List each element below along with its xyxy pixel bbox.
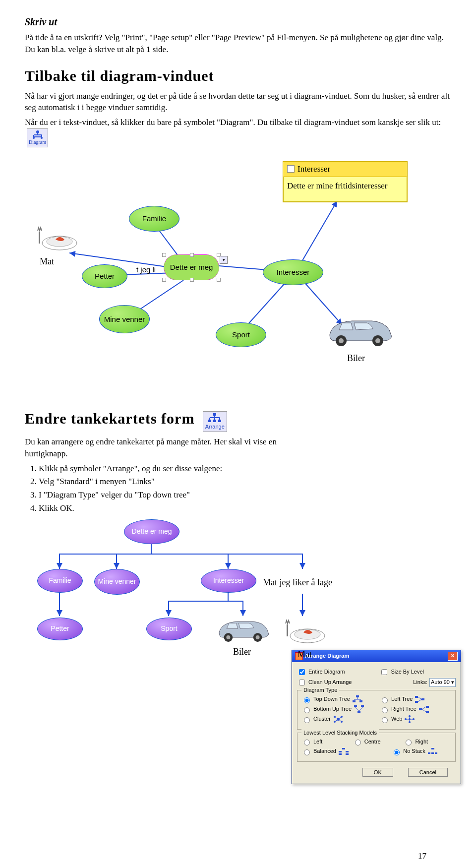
stack-balanced-radio[interactable]: Balanced <box>301 747 361 755</box>
svg-rect-84 <box>287 624 288 636</box>
mat-label: Mat <box>40 255 54 268</box>
svg-rect-40 <box>415 701 418 703</box>
stack-right-radio[interactable]: Right <box>403 738 451 745</box>
endre-intro: Du kan arrangere og endre tankekartet på… <box>25 436 293 460</box>
tree-interesser-node[interactable]: Interesser <box>201 569 256 593</box>
svg-line-47 <box>359 707 362 711</box>
svg-rect-73 <box>346 753 349 755</box>
svg-rect-33 <box>356 695 359 697</box>
skriv-ut-heading: Skriv ut <box>25 15 451 29</box>
center-partial-text: t jeg li <box>136 264 156 275</box>
size-by-level-checkbox[interactable]: Size By Level <box>379 668 456 677</box>
sticky-note[interactable]: Interesser Dette er mine fritidsinteress… <box>283 161 408 202</box>
svg-rect-32 <box>218 420 221 422</box>
svg-line-46 <box>356 707 359 711</box>
tree-biler-label: Biler <box>233 646 251 658</box>
svg-rect-39 <box>415 696 418 698</box>
ok-button[interactable]: OK <box>362 768 393 777</box>
svg-point-21 <box>339 338 344 343</box>
step-4: Klikk OK. <box>39 502 287 514</box>
node-center[interactable]: Dette er meg ▾ <box>164 254 219 280</box>
stack-nostack-radio[interactable]: No Stack <box>391 747 451 755</box>
node-familie[interactable]: Familie <box>129 206 179 232</box>
sticky-body-text: Dette er mine fritidsinteresser <box>283 177 407 202</box>
arrange-icon[interactable]: Arrange <box>203 411 227 432</box>
diagram-icon-label: Diagram <box>29 139 46 145</box>
arrange-icon-label: Arrange <box>205 424 225 430</box>
svg-line-14 <box>243 280 288 330</box>
svg-point-7 <box>33 137 35 139</box>
svg-rect-74 <box>431 748 434 749</box>
page-number: 17 <box>418 850 426 862</box>
cluster-radio[interactable]: Cluster <box>301 715 373 723</box>
svg-point-23 <box>375 338 380 343</box>
links-select[interactable]: Auto 90 ▾ <box>429 678 456 686</box>
svg-rect-49 <box>426 706 429 708</box>
svg-rect-48 <box>419 708 422 710</box>
skriv-ut-body: På tide å ta en utskrift? Velg "Print", … <box>25 32 451 56</box>
cancel-button[interactable]: Cancel <box>408 768 448 777</box>
tree-mat-label: Mat <box>298 648 312 661</box>
svg-rect-77 <box>435 752 437 754</box>
arrange-dialog: Arrange Diagram × Entire Diagram Size By… <box>292 650 461 784</box>
cluster-icon <box>333 715 344 723</box>
svg-line-10 <box>69 253 174 268</box>
topdown-radio[interactable]: Top Down Tree <box>301 695 373 703</box>
endre-steps-list: Klikk på symbolet "Arrange", og du ser d… <box>39 463 287 514</box>
tree-sport-node[interactable]: Sport <box>146 618 192 640</box>
web-radio[interactable]: Web <box>379 715 451 723</box>
node-interesser[interactable]: Interesser <box>263 259 323 285</box>
righttree-radio[interactable]: Right Tree <box>379 705 451 713</box>
svg-rect-36 <box>353 700 356 702</box>
svg-rect-45 <box>361 705 364 707</box>
stack-left-radio[interactable]: Left <box>301 738 350 745</box>
node-sport[interactable]: Sport <box>216 322 266 347</box>
biler-label: Biler <box>347 352 365 365</box>
lefttree-radio[interactable]: Left Tree <box>379 695 451 703</box>
svg-point-8 <box>41 137 43 139</box>
entire-diagram-checkbox[interactable]: Entire Diagram <box>297 668 373 677</box>
svg-rect-71 <box>346 751 349 752</box>
tree-plate-clipart <box>283 619 327 649</box>
plate-clipart <box>35 226 79 256</box>
node-dropdown-icon[interactable]: ▾ <box>220 256 228 264</box>
svg-rect-76 <box>431 752 434 754</box>
tree-venner-node[interactable]: Mine venner <box>94 569 140 595</box>
svg-rect-69 <box>342 748 345 749</box>
close-icon[interactable]: × <box>448 652 458 661</box>
bottomup-radio[interactable]: Bottom Up Tree <box>301 705 373 713</box>
cleanup-checkbox[interactable]: Clean Up Arrange <box>297 678 373 687</box>
stacking-legend: Lowest Level Stacking Models <box>301 729 379 737</box>
svg-rect-50 <box>426 711 429 713</box>
tilbake-heading: Tilbake til diagram-vinduet <box>25 65 451 86</box>
svg-rect-44 <box>354 705 357 707</box>
stack-centre-radio[interactable]: Centre <box>353 738 401 745</box>
topdown-tree-icon <box>352 695 363 703</box>
tree-petter-node[interactable]: Petter <box>37 618 83 640</box>
svg-point-0 <box>36 130 39 133</box>
tree-root-node[interactable]: Dette er meg <box>124 519 179 544</box>
sticky-title-text: Interesser <box>298 163 330 175</box>
tree-mat-link-label: Mat jeg liker å lage <box>263 576 332 589</box>
tilbake-p1: Nå har vi gjort mange endringer, og det … <box>25 90 451 114</box>
links-label: Links: <box>413 679 427 686</box>
mindmap-diagram: Mat Familie Petter t jeg li Dette er meg… <box>25 156 421 384</box>
node-petter[interactable]: Petter <box>82 264 127 288</box>
svg-line-51 <box>422 707 426 709</box>
righttree-icon <box>418 705 429 713</box>
result-tree-diagram: Dette er meg Familie Mine venner Interes… <box>25 519 332 668</box>
svg-rect-37 <box>359 700 362 702</box>
svg-rect-38 <box>421 698 424 700</box>
endre-heading: Endre tankekartets form <box>25 408 194 429</box>
car-clipart <box>322 310 397 353</box>
sticky-icon <box>287 165 295 173</box>
node-venner[interactable]: Mine venner <box>99 305 150 333</box>
tree-familie-node[interactable]: Familie <box>37 569 83 593</box>
step-3: I "Diagram Type" velger du "Top down tre… <box>39 489 287 501</box>
svg-line-16 <box>302 201 337 260</box>
svg-rect-70 <box>339 751 342 752</box>
svg-rect-24 <box>213 413 216 416</box>
step-2: Velg "Standard" i menyen "Links" <box>39 476 287 488</box>
diagram-icon[interactable]: Diagram <box>27 128 48 147</box>
svg-rect-75 <box>428 752 430 754</box>
